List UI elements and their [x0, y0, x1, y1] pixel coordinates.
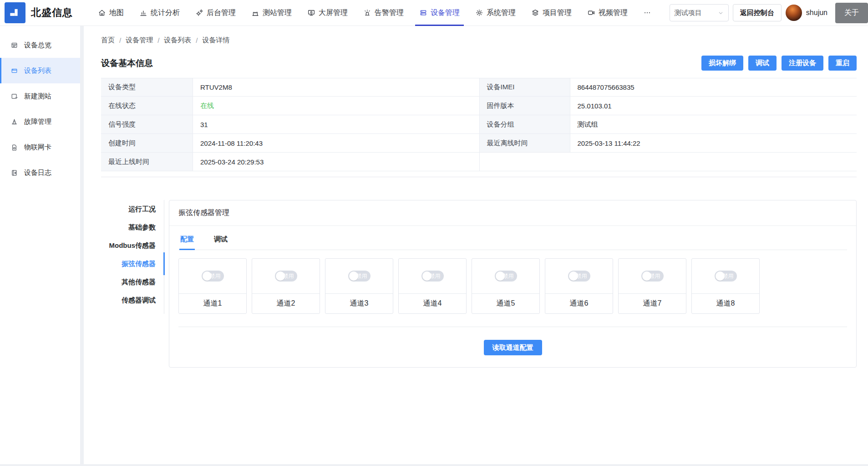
read-config-row: 读取通道配置	[178, 340, 847, 355]
channel-label: 通道4	[399, 294, 466, 313]
nav-item-map[interactable]: 地图	[90, 0, 132, 26]
info-value-online-status: 在线	[193, 97, 480, 115]
channel-card-4: 禁用 通道4	[398, 258, 467, 314]
info-value-last-offline: 2025-03-13 11:44:22	[570, 134, 857, 153]
project-select[interactable]: 测试项目	[670, 4, 729, 21]
breadcrumb-item-device-mgmt[interactable]: 设备管理	[126, 36, 153, 45]
info-label: 信号强度	[101, 115, 193, 134]
sensor-tabs: 配置 调试	[178, 232, 847, 250]
alarm-icon	[363, 9, 371, 17]
sidebar-item-device-log[interactable]: 设备日志	[0, 160, 80, 185]
sidebar-item-device-list[interactable]: 设备列表	[0, 58, 80, 83]
info-cell-empty	[480, 153, 570, 171]
nav-item-label: 告警管理	[375, 8, 404, 18]
nav-item-admin[interactable]: 后台管理	[188, 0, 244, 26]
topbar: 北盛信息 地图 统计分析 后台管理 测站管理 大屏管理	[0, 0, 868, 26]
toggle-label: 禁用	[283, 271, 294, 282]
info-label: 固件版本	[480, 97, 570, 115]
nav-item-project[interactable]: 项目管理	[523, 0, 579, 26]
nav-item-label: 项目管理	[543, 8, 572, 18]
iot-sim-card-icon	[10, 143, 18, 151]
channel-6-toggle[interactable]: 禁用	[568, 271, 590, 282]
nav-item-alarm[interactable]: 告警管理	[355, 0, 411, 26]
sensor-section: 运行工况 基础参数 Modbus传感器 振弦传感器 其他传感器 传感器调试 振弦…	[101, 200, 857, 368]
stats-chart-icon	[139, 9, 147, 17]
device-info-table: 设备类型 RTUV2M8 设备IMEI 864487075663835 在线状态…	[101, 78, 857, 171]
channel-4-toggle[interactable]: 禁用	[421, 271, 444, 282]
sensor-card-body: 配置 调试 禁用 通道1 禁用 通道2	[169, 232, 856, 367]
system-gear-icon	[475, 9, 483, 17]
username: shujun	[806, 9, 827, 17]
nav-item-bigscreen[interactable]: 大屏管理	[299, 0, 355, 26]
brand-name: 北盛信息	[31, 6, 73, 20]
device-overview-icon	[10, 41, 18, 49]
breadcrumb-item-home[interactable]: 首页	[101, 36, 115, 45]
sidebar-item-fault[interactable]: 故障管理	[0, 109, 80, 134]
channel-grid: 禁用 通道1 禁用 通道2 禁用 通道3	[178, 258, 847, 314]
info-label: 创建时间	[101, 134, 193, 153]
breadcrumb-separator: /	[196, 36, 198, 44]
channel-8-toggle[interactable]: 禁用	[715, 271, 737, 282]
tab-modbus-sensor[interactable]: Modbus传感器	[101, 236, 164, 255]
main-nav: 地图 统计分析 后台管理 测站管理 大屏管理 告警管理	[90, 0, 659, 26]
info-cell-empty	[570, 153, 857, 171]
more-ellipsis-icon	[643, 9, 651, 17]
nav-item-video[interactable]: 视频管理	[579, 0, 635, 26]
breadcrumb-separator: /	[119, 36, 121, 44]
tab-vibrating-wire-sensor[interactable]: 振弦传感器	[101, 255, 164, 273]
tab-debug[interactable]: 调试	[213, 232, 228, 250]
nav-item-device[interactable]: 设备管理	[411, 0, 467, 26]
channel-card-6: 禁用 通道6	[545, 258, 613, 314]
nav-item-system[interactable]: 系统管理	[467, 0, 523, 26]
info-label: 设备类型	[101, 78, 193, 97]
tab-other-sensor[interactable]: 其他传感器	[101, 273, 164, 291]
tab-running-status[interactable]: 运行工况	[101, 200, 164, 218]
nav-item-more[interactable]	[635, 0, 659, 26]
back-to-console-button[interactable]: 返回控制台	[733, 4, 782, 21]
about-button[interactable]: 关于	[835, 3, 868, 23]
restart-button[interactable]: 重启	[828, 56, 857, 71]
channel-card-1: 禁用 通道1	[178, 258, 247, 314]
sidebar-item-label: 新建测站	[24, 92, 51, 101]
sidebar-item-new-station[interactable]: 新建测站	[0, 83, 80, 109]
device-list-icon	[10, 67, 18, 75]
sidebar-item-label: 设备列表	[24, 67, 51, 75]
nav-item-label: 设备管理	[431, 8, 460, 18]
admin-gears-icon	[195, 9, 203, 17]
sidebar-item-device-overview[interactable]: 设备总览	[0, 32, 80, 58]
project-layers-icon	[531, 9, 539, 17]
channel-7-toggle[interactable]: 禁用	[641, 271, 664, 282]
channel-label: 通道7	[619, 294, 686, 313]
info-label: 最近离线时间	[480, 134, 570, 153]
chevron-down-icon	[718, 10, 724, 16]
channel-2-toggle[interactable]: 禁用	[275, 271, 297, 282]
info-label: 最近上线时间	[101, 153, 193, 171]
breadcrumb-item-device-list[interactable]: 设备列表	[164, 36, 191, 45]
topbar-right: 测试项目 返回控制台 shujun 关于	[670, 3, 868, 23]
nav-item-stats[interactable]: 统计分析	[132, 0, 188, 26]
channel-label: 通道6	[545, 294, 613, 313]
toggle-label: 禁用	[210, 271, 221, 282]
info-value-last-online: 2025-03-24 20:29:53	[193, 153, 480, 171]
read-channel-config-button[interactable]: 读取通道配置	[484, 340, 542, 355]
user-avatar[interactable]	[786, 5, 802, 21]
main-content: 首页 / 设备管理 / 设备列表 / 设备详情 设备基本信息 损坏解绑 调试 注…	[84, 26, 868, 464]
channel-1-toggle[interactable]: 禁用	[202, 271, 224, 282]
channel-3-toggle[interactable]: 禁用	[348, 271, 371, 282]
page: 北盛信息 地图 统计分析 后台管理 测站管理 大屏管理	[0, 0, 868, 466]
tab-sensor-debug[interactable]: 传感器调试	[101, 291, 164, 309]
nav-item-station[interactable]: 测站管理	[244, 0, 299, 26]
tab-basic-params[interactable]: 基础参数	[101, 218, 164, 236]
sidebar-item-iot-card[interactable]: 物联网卡	[0, 134, 80, 160]
new-station-icon	[10, 92, 18, 100]
info-value-created-time: 2024-11-08 11:20:43	[193, 134, 480, 153]
channel-5-toggle[interactable]: 禁用	[495, 271, 517, 282]
register-device-button[interactable]: 注册设备	[782, 56, 823, 71]
unbind-damaged-button[interactable]: 损坏解绑	[701, 56, 743, 71]
tab-config[interactable]: 配置	[179, 232, 195, 250]
channel-label: 通道1	[179, 294, 246, 313]
fault-cone-icon	[10, 118, 18, 126]
sidebar-item-label: 设备总览	[24, 41, 51, 50]
debug-button[interactable]: 调试	[748, 56, 777, 71]
title-actions: 损坏解绑 调试 注册设备 重启	[701, 56, 857, 71]
